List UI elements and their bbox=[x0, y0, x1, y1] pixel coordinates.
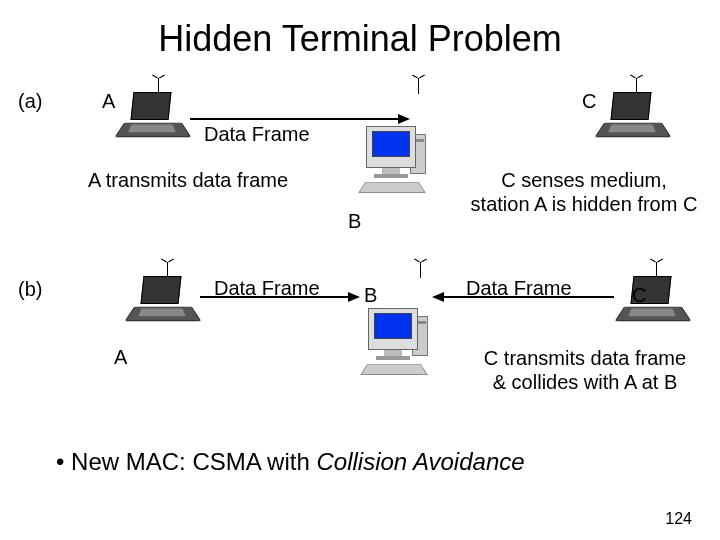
scenario-b-marker: (b) bbox=[18, 278, 42, 301]
laptop-icon bbox=[600, 92, 668, 144]
laptop-icon bbox=[620, 276, 688, 328]
slide-title: Hidden Terminal Problem bbox=[0, 0, 720, 70]
arrow-head-icon bbox=[348, 292, 360, 302]
caption-b-right: C transmits data frame & collides with A… bbox=[462, 346, 708, 394]
label-a-node-a: A bbox=[102, 90, 115, 113]
antenna-b-center bbox=[420, 262, 421, 278]
scenario-a-marker: (a) bbox=[18, 90, 42, 113]
bullet-text-prefix: • New MAC: CSMA with bbox=[56, 448, 316, 475]
monitor-icon bbox=[362, 308, 428, 378]
caption-a-left: A transmits data frame bbox=[88, 168, 288, 192]
bullet-point: • New MAC: CSMA with Collision Avoidance bbox=[56, 448, 525, 476]
data-frame-label-a: Data Frame bbox=[204, 122, 310, 146]
bullet-text-italic: Collision Avoidance bbox=[316, 448, 524, 475]
laptop-icon bbox=[130, 276, 198, 328]
label-a-node-c: C bbox=[582, 90, 596, 113]
caption-b-right-line1: C transmits data frame bbox=[484, 347, 686, 369]
caption-a-right: C senses medium, station A is hidden fro… bbox=[460, 168, 708, 216]
label-b-node-b: B bbox=[364, 284, 377, 307]
monitor-icon bbox=[360, 126, 426, 196]
data-frame-label-b-left: Data Frame bbox=[214, 276, 320, 300]
label-a-node-b: B bbox=[348, 210, 361, 233]
arrow-head-icon bbox=[432, 292, 444, 302]
arrow-a-to-b bbox=[190, 118, 398, 120]
label-b-node-a: A bbox=[114, 346, 127, 369]
data-frame-label-b-right: Data Frame bbox=[466, 276, 572, 300]
antenna-a-center bbox=[418, 78, 419, 94]
caption-b-right-line2: & collides with A at B bbox=[493, 371, 678, 393]
caption-a-right-line1: C senses medium, bbox=[501, 169, 667, 191]
arrow-head-icon bbox=[398, 114, 410, 124]
page-number: 124 bbox=[665, 510, 692, 528]
caption-a-right-line2: station A is hidden from C bbox=[471, 193, 698, 215]
label-b-node-c: C bbox=[632, 284, 646, 307]
laptop-icon bbox=[120, 92, 188, 144]
